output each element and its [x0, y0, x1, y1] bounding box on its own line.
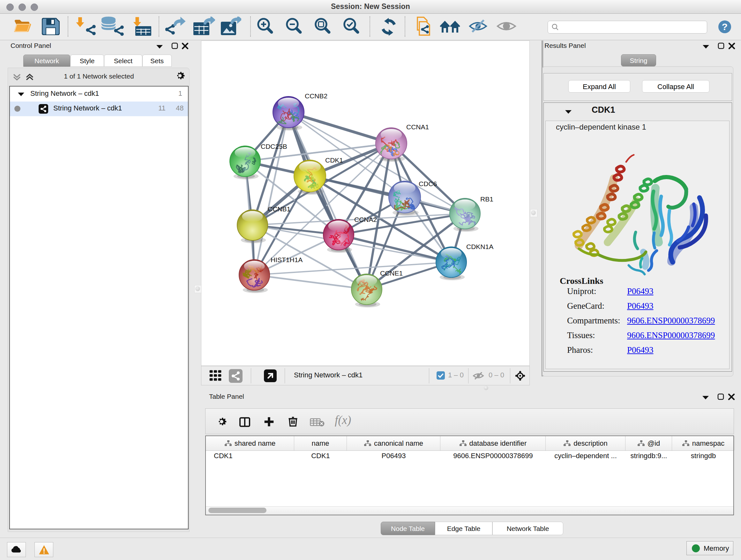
svg-text:?: ?	[722, 21, 728, 32]
svg-text:CCNB1: CCNB1	[268, 205, 290, 212]
svg-text:RB1: RB1	[480, 195, 493, 203]
svg-text:CCNE1: CCNE1	[380, 269, 403, 277]
svg-text:CCNA2: CCNA2	[354, 216, 377, 223]
svg-text:CCNB2: CCNB2	[305, 92, 327, 100]
svg-text:CDK1: CDK1	[325, 157, 343, 164]
svg-text:CDC6: CDC6	[419, 180, 437, 187]
svg-text:CDKN1A: CDKN1A	[466, 243, 493, 250]
svg-text:CCNA1: CCNA1	[406, 123, 429, 131]
svg-text:HIST1H1A: HIST1H1A	[271, 256, 302, 263]
svg-text:CDC25B: CDC25B	[261, 143, 287, 150]
